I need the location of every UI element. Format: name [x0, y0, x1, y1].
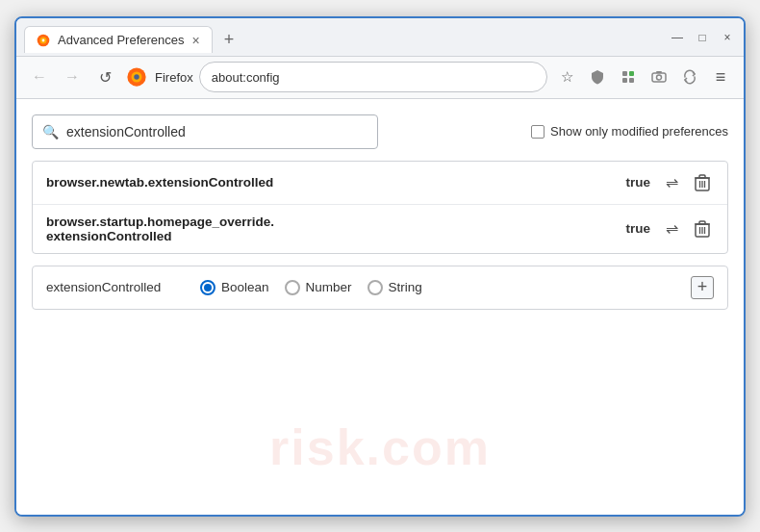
radio-boolean-circle	[200, 280, 215, 295]
back-button[interactable]: ←	[26, 63, 53, 90]
tab-favicon-icon	[37, 34, 50, 47]
watermark: risk.com	[269, 418, 491, 476]
pref-value-1: true	[625, 175, 650, 190]
window-controls: — □ ×	[669, 29, 736, 50]
bookmark-icon[interactable]: ☆	[553, 63, 580, 90]
pref-name-1: browser.newtab.extensionControlled	[46, 175, 616, 190]
show-modified-label-text: Show only modified preferences	[550, 124, 728, 139]
svg-point-5	[134, 74, 139, 80]
title-bar: Advanced Preferences × + — □ ×	[16, 18, 744, 57]
minimize-button[interactable]: —	[669, 29, 686, 46]
new-pref-name: extensionControlled	[46, 280, 181, 294]
address-text: about:config	[212, 70, 280, 85]
radio-number-label: Number	[306, 280, 352, 294]
radio-string-label: String	[389, 280, 422, 294]
svg-rect-7	[629, 71, 634, 76]
row-actions-2: ⇌	[660, 217, 714, 241]
maximize-button[interactable]: □	[694, 29, 711, 46]
radio-string[interactable]: String	[367, 280, 422, 295]
camera-icon[interactable]	[646, 63, 672, 90]
radio-boolean[interactable]: Boolean	[200, 280, 269, 295]
trash-icon-2[interactable]	[691, 217, 714, 241]
search-icon: 🔍	[42, 124, 59, 139]
forward-button[interactable]: →	[59, 63, 86, 90]
show-modified-checkbox[interactable]	[531, 125, 545, 139]
content-area: risk.com 🔍 extensionControlled Show only…	[16, 99, 744, 515]
row-actions-1: ⇌	[660, 171, 714, 194]
table-row: browser.startup.homepage_override. exten…	[33, 205, 727, 253]
radio-boolean-label: Boolean	[221, 280, 269, 294]
swap-icon-1[interactable]: ⇌	[660, 171, 683, 194]
table-row: browser.newtab.extensionControlled true …	[33, 162, 727, 205]
tab-close-button[interactable]: ×	[192, 34, 200, 47]
show-modified-row: Show only modified preferences	[531, 124, 728, 139]
pref-name-wrap-2: browser.startup.homepage_override. exten…	[46, 215, 616, 243]
firefox-logo-icon	[126, 66, 147, 88]
svg-rect-6	[622, 71, 627, 76]
search-box[interactable]: 🔍 extensionControlled	[32, 114, 378, 149]
pref-name-2b: extensionControlled	[46, 229, 616, 243]
new-pref-row: extensionControlled Boolean Number Strin…	[32, 266, 728, 310]
tab-title: Advanced Preferences	[58, 33, 185, 47]
menu-icon[interactable]: ≡	[707, 63, 734, 90]
nav-icons-right: ☆	[553, 63, 734, 90]
type-radio-group: Boolean Number String	[200, 280, 422, 295]
radio-number[interactable]: Number	[285, 280, 352, 295]
swap-icon-2[interactable]: ⇌	[660, 217, 683, 241]
svg-rect-12	[656, 71, 662, 73]
nav-bar: ← → ↺ Firefox about:config ☆	[16, 57, 744, 99]
svg-rect-9	[629, 78, 634, 83]
search-row: 🔍 extensionControlled Show only modified…	[32, 114, 728, 149]
radio-number-circle	[285, 280, 300, 295]
svg-rect-8	[622, 78, 627, 83]
pref-value-2: true	[625, 221, 650, 236]
browser-label: Firefox	[155, 70, 193, 85]
close-window-button[interactable]: ×	[719, 29, 736, 46]
add-preference-button[interactable]: +	[691, 276, 714, 299]
pref-name-2a: browser.startup.homepage_override.	[46, 215, 616, 229]
browser-tab[interactable]: Advanced Preferences ×	[24, 26, 213, 53]
sync-icon[interactable]	[676, 63, 703, 90]
new-tab-button[interactable]: +	[220, 30, 239, 50]
browser-window: Advanced Preferences × + — □ × ← → ↺ Fir…	[14, 16, 746, 517]
shield-icon[interactable]	[584, 63, 611, 90]
svg-point-2	[42, 38, 45, 41]
address-bar[interactable]: about:config	[199, 62, 547, 92]
svg-point-11	[657, 75, 662, 80]
reload-button[interactable]: ↺	[91, 63, 118, 90]
radio-string-circle	[367, 280, 383, 295]
trash-icon-1[interactable]	[691, 171, 714, 194]
extensions-icon[interactable]	[615, 63, 642, 90]
search-input[interactable]: extensionControlled	[66, 124, 186, 139]
results-table: browser.newtab.extensionControlled true …	[32, 161, 728, 254]
